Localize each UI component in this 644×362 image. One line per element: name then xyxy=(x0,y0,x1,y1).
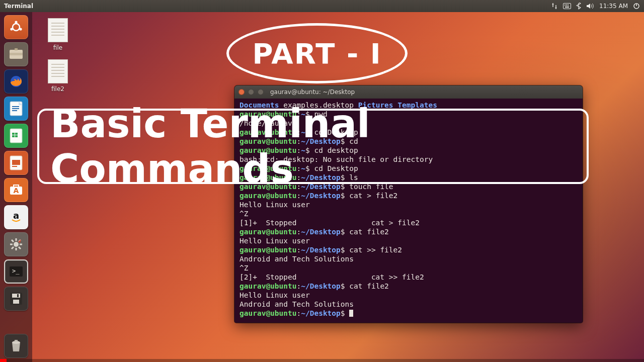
desktop-file-icon[interactable]: file2 xyxy=(40,59,75,93)
session-indicator-icon[interactable] xyxy=(633,3,640,10)
overlay-subtitle: Basic Terminal Commands xyxy=(50,101,587,192)
svg-point-6 xyxy=(13,24,20,31)
firefox-icon[interactable] xyxy=(4,69,28,94)
files-icon[interactable] xyxy=(4,42,28,66)
libreoffice-impress-icon[interactable] xyxy=(4,151,28,175)
video-progress-bar[interactable] xyxy=(0,359,644,362)
svg-rect-17 xyxy=(12,110,17,111)
desktop-file-label: file xyxy=(40,44,75,51)
terminal-line: Hello Linux user xyxy=(239,291,578,300)
svg-rect-0 xyxy=(564,4,571,9)
overlay-part-badge: PART - I xyxy=(226,23,408,83)
svg-text:a: a xyxy=(13,210,19,221)
terminal-title: gaurav@ubuntu: ~/Desktop xyxy=(270,88,355,96)
svg-rect-11 xyxy=(10,53,23,55)
svg-rect-3 xyxy=(568,5,569,6)
window-minimize-icon[interactable] xyxy=(248,89,254,95)
terminal-line: gaurav@ubuntu:~/Desktop$ cat > file2 xyxy=(239,191,578,200)
overlay-subtitle-box: Basic Terminal Commands xyxy=(37,109,589,184)
desktop-icons: file file2 xyxy=(40,18,75,93)
trash-icon[interactable] xyxy=(4,334,28,358)
network-indicator-icon[interactable] xyxy=(551,3,558,10)
terminal-line: gaurav@ubuntu:~/Desktop$ xyxy=(239,309,578,318)
amazon-icon[interactable]: a xyxy=(4,205,28,229)
terminal-line: ^Z xyxy=(239,209,578,218)
terminal-line: Android and Tech Solutions xyxy=(239,254,578,263)
svg-rect-4 xyxy=(565,7,569,8)
terminal-line: gaurav@ubuntu:~/Desktop$ cat file2 xyxy=(239,227,578,236)
keyboard-indicator-icon[interactable] xyxy=(563,3,571,9)
svg-point-8 xyxy=(19,28,22,30)
svg-rect-19 xyxy=(12,133,15,135)
svg-rect-33 xyxy=(12,294,20,298)
svg-rect-12 xyxy=(15,48,18,50)
video-progress-fill xyxy=(0,359,7,362)
dash-icon[interactable] xyxy=(4,15,28,39)
desktop-file-label: file2 xyxy=(40,85,75,93)
svg-rect-24 xyxy=(12,160,20,165)
text-file-icon xyxy=(48,59,68,83)
window-close-icon[interactable] xyxy=(238,89,245,95)
svg-rect-35 xyxy=(17,294,19,297)
save-icon[interactable] xyxy=(4,287,28,311)
svg-point-29 xyxy=(14,242,19,247)
terminal-line: [1]+ Stopped cat > file2 xyxy=(239,218,578,227)
system-settings-icon[interactable] xyxy=(4,232,28,256)
svg-rect-22 xyxy=(15,135,18,137)
svg-rect-15 xyxy=(12,106,19,107)
svg-text:>_: >_ xyxy=(12,267,20,275)
svg-rect-37 xyxy=(15,340,18,341)
svg-point-9 xyxy=(10,28,13,30)
svg-point-7 xyxy=(15,21,17,23)
bluetooth-indicator-icon[interactable] xyxy=(576,3,581,10)
svg-rect-34 xyxy=(13,300,19,304)
text-file-icon xyxy=(48,18,68,42)
svg-rect-1 xyxy=(565,5,566,6)
svg-text:A: A xyxy=(14,187,19,195)
window-maximize-icon[interactable] xyxy=(258,89,264,95)
svg-rect-21 xyxy=(12,135,15,137)
svg-rect-25 xyxy=(12,166,17,167)
svg-rect-2 xyxy=(566,5,567,6)
active-app-title: Terminal xyxy=(4,3,33,10)
svg-rect-16 xyxy=(12,108,19,109)
terminal-titlebar[interactable]: gaurav@ubuntu: ~/Desktop xyxy=(234,85,583,99)
terminal-line: Hello Linux user xyxy=(239,200,578,209)
terminal-line: ^Z xyxy=(239,263,578,273)
terminal-line: gaurav@ubuntu:~/Desktop$ cat file2 xyxy=(239,282,578,291)
terminal-line: [2]+ Stopped cat >> file2 xyxy=(239,273,578,282)
svg-rect-20 xyxy=(15,133,18,135)
overlay-part-label: PART - I xyxy=(252,37,381,70)
clock[interactable]: 11:35 AM xyxy=(599,3,628,10)
terminal-icon[interactable]: >_ xyxy=(4,259,28,284)
unity-launcher: A a >_ xyxy=(0,12,32,362)
ubuntu-software-icon[interactable]: A xyxy=(4,178,28,202)
terminal-line: Android and Tech Solutions xyxy=(239,300,578,309)
sound-indicator-icon[interactable] xyxy=(586,3,594,9)
desktop-file-icon[interactable]: file xyxy=(40,18,75,51)
top-panel: Terminal 11:35 AM xyxy=(0,0,644,12)
libreoffice-calc-icon[interactable] xyxy=(4,124,28,148)
terminal-line: gaurav@ubuntu:~/Desktop$ cat >> file2 xyxy=(239,245,578,254)
terminal-line: Hello Linux user xyxy=(239,236,578,245)
libreoffice-writer-icon[interactable] xyxy=(4,97,28,121)
